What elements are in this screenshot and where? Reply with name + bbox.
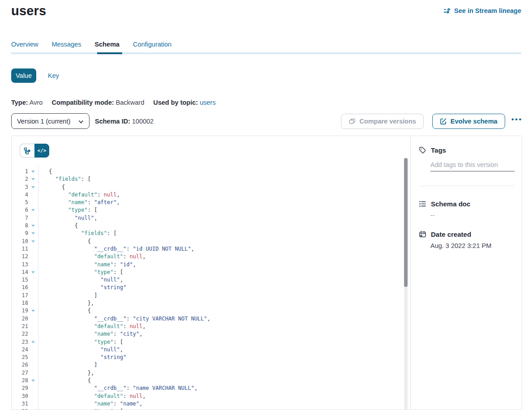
tags-title: Tags — [431, 146, 446, 154]
fold-column — [28, 261, 38, 269]
schema-id-value: 100002 — [132, 118, 153, 125]
code-text: "name": "after", — [38, 199, 120, 206]
code-text: { — [38, 222, 78, 230]
fold-toggle[interactable] — [28, 230, 38, 237]
date-created-title: Date created — [431, 231, 471, 238]
fold-toggle[interactable] — [28, 307, 38, 315]
code-text: "default": null, — [38, 191, 120, 199]
fold-toggle[interactable] — [28, 168, 38, 175]
line-number: 10 — [12, 238, 28, 245]
tab-schema[interactable]: Schema — [95, 41, 120, 48]
code-line: 3 { — [12, 184, 401, 191]
stream-lineage-icon — [443, 8, 451, 14]
line-number: 16 — [12, 284, 28, 291]
code-line: 10 { — [12, 238, 401, 245]
fold-toggle[interactable] — [28, 408, 38, 410]
line-number: 5 — [12, 199, 28, 206]
code-line: 6 "type": [ — [12, 206, 401, 214]
code-line: 27 }, — [12, 369, 401, 377]
editor-scrollbar-thumb[interactable] — [404, 158, 408, 287]
code-line: 12 "default": null, — [12, 253, 401, 261]
fold-toggle[interactable] — [28, 222, 38, 230]
fold-column — [28, 191, 38, 199]
tab-configuration[interactable]: Configuration — [133, 41, 171, 48]
code-text: ] — [38, 361, 97, 369]
code-line: 25 "string" — [12, 354, 401, 361]
code-text: "null", — [38, 346, 123, 354]
code-line: 22 "name": "city", — [12, 330, 401, 338]
fold-arrow-icon — [31, 178, 35, 180]
more-options-button[interactable]: ••• — [511, 117, 523, 125]
evolve-schema-button[interactable]: Evolve schema — [432, 114, 505, 129]
fold-toggle[interactable] — [28, 184, 38, 191]
list-icon — [419, 200, 426, 208]
line-number: 20 — [12, 315, 28, 323]
code-line: 16 "string" — [12, 284, 401, 291]
code-text: "fields": [ — [38, 175, 91, 183]
fold-toggle[interactable] — [28, 206, 38, 214]
fold-column — [28, 214, 38, 222]
line-number: 17 — [12, 292, 28, 299]
value-toggle-button[interactable]: Value — [11, 68, 36, 83]
fold-arrow-icon — [31, 186, 35, 188]
code-text: "__crdb__": "city VARCHAR NOT NULL", — [38, 315, 210, 323]
line-number: 31 — [12, 400, 28, 408]
page-title: users — [11, 4, 46, 18]
code-line: 31 "name": "name", — [12, 400, 401, 408]
fold-column — [28, 323, 38, 330]
code-text: "type": [ — [38, 338, 123, 346]
schema-id-label: Schema ID: — [95, 118, 130, 125]
code-text: "name": "city", — [38, 330, 143, 338]
code-text: "default": null, — [38, 393, 146, 400]
stream-lineage-link[interactable]: See in Stream lineage — [443, 7, 521, 14]
line-number: 24 — [12, 346, 28, 354]
code-text: { — [38, 377, 91, 384]
calendar-plus-icon — [419, 231, 426, 238]
fold-toggle[interactable] — [28, 269, 38, 276]
tab-messages[interactable]: Messages — [51, 41, 81, 48]
code-text: "null", — [38, 214, 97, 222]
schema-page: users See in Stream lineage Overview Mes… — [0, 0, 532, 410]
line-number: 26 — [12, 361, 28, 369]
fold-column — [28, 393, 38, 400]
tree-view-button[interactable] — [20, 144, 34, 158]
editor-scrollbar[interactable] — [404, 158, 408, 410]
code-line: 2 "fields": [ — [12, 175, 401, 183]
version-select[interactable]: Version 1 (current) — [11, 113, 89, 129]
line-number: 14 — [12, 269, 28, 276]
code-view-button[interactable]: </> — [34, 144, 49, 158]
tab-overview[interactable]: Overview — [11, 41, 38, 48]
compatibility-value: Backward — [116, 99, 145, 106]
code-line: 1{ — [12, 168, 401, 175]
code-line: 30 "default": null, — [12, 393, 401, 400]
used-by-field: Used by topic: users — [153, 99, 215, 106]
fold-toggle[interactable] — [28, 175, 38, 183]
type-label: Type: — [11, 99, 28, 106]
code-line: 4 "default": null, — [12, 191, 401, 199]
fold-column — [28, 315, 38, 323]
line-number: 4 — [12, 191, 28, 199]
line-number: 11 — [12, 245, 28, 253]
used-by-topic-link[interactable]: users — [200, 99, 215, 106]
chevron-down-icon — [78, 119, 84, 125]
fold-toggle[interactable] — [28, 377, 38, 384]
code-view-icon: </> — [38, 148, 47, 154]
tags-input[interactable] — [430, 160, 515, 171]
line-number: 1 — [12, 168, 28, 175]
schema-editor: </> 1{2 "fields": [3 {4 "default": null,… — [12, 136, 411, 410]
code-line: 21 "default": null, — [12, 323, 401, 330]
fold-arrow-icon — [31, 209, 35, 211]
fold-column — [28, 299, 38, 307]
fold-column — [28, 369, 38, 377]
compare-versions-button[interactable]: Compare versions — [341, 114, 424, 129]
code-line: 23 "type": [ — [12, 338, 401, 346]
code-line: 13 "name": "id", — [12, 261, 401, 269]
code-text: { — [38, 238, 91, 245]
fold-column — [28, 346, 38, 354]
fold-column — [28, 400, 38, 408]
key-toggle-button[interactable]: Key — [48, 72, 59, 79]
fold-toggle[interactable] — [28, 338, 38, 346]
fold-toggle[interactable] — [28, 238, 38, 245]
line-number: 22 — [12, 330, 28, 338]
code-line: 32 "type": [ — [12, 408, 401, 410]
